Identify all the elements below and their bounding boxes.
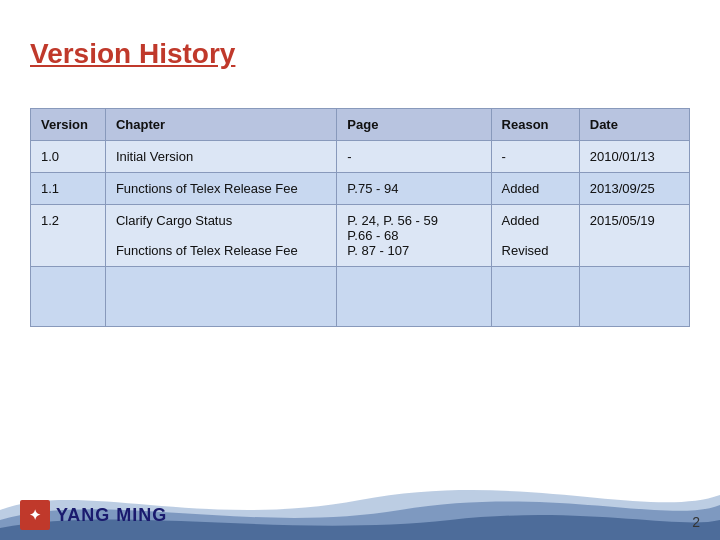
cell-empty	[337, 267, 491, 327]
cell-version: 1.0	[31, 141, 106, 173]
page-title: Version History	[30, 38, 235, 70]
cell-date: 2015/05/19	[579, 205, 689, 267]
cell-page: -	[337, 141, 491, 173]
cell-empty	[491, 267, 579, 327]
table-row: 1.2 Clarify Cargo Status Functions of Te…	[31, 205, 690, 267]
cell-reason: Added Revised	[491, 205, 579, 267]
page-container: Version History Version Chapter Page Rea…	[0, 0, 720, 540]
header-reason: Reason	[491, 109, 579, 141]
cell-reason: Added	[491, 173, 579, 205]
page-line3: P. 87 - 107	[347, 243, 409, 258]
cell-date: 2010/01/13	[579, 141, 689, 173]
cell-page: P.75 - 94	[337, 173, 491, 205]
header-date: Date	[579, 109, 689, 141]
brand-name: YANG MING	[56, 505, 167, 526]
cell-reason: -	[491, 141, 579, 173]
table-header-row: Version Chapter Page Reason Date	[31, 109, 690, 141]
version-history-table: Version Chapter Page Reason Date 1.0 Ini…	[30, 108, 690, 327]
cell-empty	[31, 267, 106, 327]
header-version: Version	[31, 109, 106, 141]
logo-box: ✦	[20, 500, 50, 530]
cell-chapter: Functions of Telex Release Fee	[105, 173, 336, 205]
cell-chapter: Clarify Cargo Status Functions of Telex …	[105, 205, 336, 267]
reason-line2: Revised	[502, 243, 549, 258]
table-row: 1.0 Initial Version - - 2010/01/13	[31, 141, 690, 173]
reason-line1: Added	[502, 213, 540, 228]
chapter-line2: Functions of Telex Release Fee	[116, 243, 298, 258]
cell-chapter: Initial Version	[105, 141, 336, 173]
chapter-line1: Clarify Cargo Status	[116, 213, 232, 228]
cell-version: 1.2	[31, 205, 106, 267]
cell-empty	[579, 267, 689, 327]
cell-page: P. 24, P. 56 - 59 P.66 - 68 P. 87 - 107	[337, 205, 491, 267]
table-row: 1.1 Functions of Telex Release Fee P.75 …	[31, 173, 690, 205]
table-row-empty	[31, 267, 690, 327]
page-line1: P. 24, P. 56 - 59	[347, 213, 438, 228]
cell-empty	[105, 267, 336, 327]
page-line2: P.66 - 68	[347, 228, 398, 243]
header-page: Page	[337, 109, 491, 141]
header-chapter: Chapter	[105, 109, 336, 141]
cell-date: 2013/09/25	[579, 173, 689, 205]
page-number: 2	[692, 514, 700, 530]
cell-version: 1.1	[31, 173, 106, 205]
logo-area: ✦ YANG MING	[20, 500, 167, 530]
version-history-table-container: Version Chapter Page Reason Date 1.0 Ini…	[30, 108, 690, 327]
logo-icon: ✦	[29, 507, 41, 523]
